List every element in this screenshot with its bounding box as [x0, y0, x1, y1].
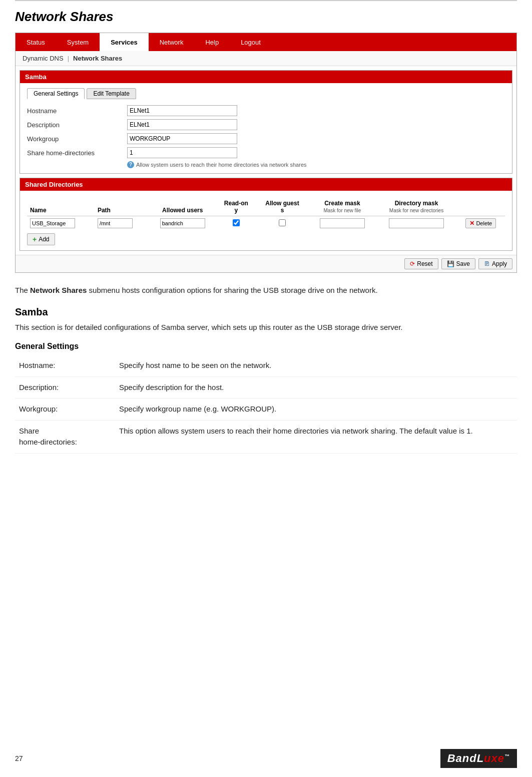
reset-label: Reset: [417, 260, 432, 267]
apply-button[interactable]: 🖹 Apply: [478, 258, 512, 269]
add-plus-icon: +: [33, 235, 37, 243]
col-allowed-users: Allowed users: [149, 198, 216, 216]
def-row-hostname: Hostname: Specify host name to be seen o…: [15, 355, 517, 376]
shared-table: Name Path Allowed users Read-ony Allow g…: [27, 198, 505, 230]
share-home-label: Share home-directories: [27, 149, 127, 157]
row-path-cell: [95, 216, 149, 231]
ui-panel: Status System Services Network Help Logo…: [15, 33, 517, 273]
row-create-mask-input[interactable]: [320, 218, 365, 228]
def-term-description: Description:: [15, 376, 115, 399]
col-dir-mask: Directory maskMask for new directories: [376, 198, 456, 216]
apply-label: Apply: [492, 260, 507, 267]
row-dir-mask-cell: [376, 216, 456, 231]
hostname-row: Hostname: [27, 105, 505, 116]
nav-item-network[interactable]: Network: [149, 33, 195, 51]
samba-section-body: General Settings Edit Template Hostname …: [20, 83, 512, 173]
logo-box: BandLuxe™: [440, 749, 517, 768]
def-desc-hostname: Specify host name to be seen on the netw…: [115, 355, 517, 376]
general-settings-title: General Settings: [15, 342, 517, 351]
hostname-input[interactable]: [127, 105, 237, 116]
description-label: Description: [27, 121, 127, 129]
samba-tabs: General Settings Edit Template: [27, 88, 505, 99]
apply-icon: 🖹: [484, 260, 490, 267]
breadcrumb-parent[interactable]: Dynamic DNS: [23, 55, 64, 62]
tab-edit-template[interactable]: Edit Template: [87, 88, 136, 99]
logo-band: BandL: [447, 752, 484, 764]
shared-directories-header: Shared Directories: [20, 178, 512, 191]
row-allowed-cell: [149, 216, 216, 231]
breadcrumb-current: Network Shares: [73, 55, 122, 62]
share-home-note-text: Allow system users to reach their home d…: [136, 162, 307, 168]
delete-x-icon: ✕: [469, 220, 474, 227]
logo-tm: ™: [504, 753, 510, 759]
description-bold: Network Shares: [30, 286, 87, 294]
def-desc-workgroup: Specify workgroup name (e.g. WORKGROUP).: [115, 399, 517, 421]
samba-body-para: This section is for detailed configurati…: [15, 322, 517, 333]
row-guests-cell: [256, 216, 309, 231]
row-path-input[interactable]: [98, 218, 133, 228]
share-home-note: ? Allow system users to reach their home…: [127, 161, 505, 168]
def-term-share-home: Share home-directories:: [15, 420, 115, 453]
samba-body-title: Samba: [15, 306, 517, 318]
col-readonly: Read-ony: [216, 198, 256, 216]
save-icon: 💾: [447, 260, 454, 267]
breadcrumb: Dynamic DNS | Network Shares: [16, 51, 516, 66]
col-actions: [457, 198, 505, 216]
row-create-mask-cell: [308, 216, 376, 231]
workgroup-input[interactable]: [127, 133, 237, 144]
nav-bar: Status System Services Network Help Logo…: [16, 33, 516, 51]
def-desc-share-home: This option allows system users to reach…: [115, 420, 517, 453]
description-row: Description: [27, 119, 505, 130]
nav-item-services[interactable]: Services: [100, 33, 149, 51]
delete-button[interactable]: ✕ Delete: [465, 218, 496, 228]
row-delete-cell: ✕ Delete: [457, 216, 505, 231]
nav-item-help[interactable]: Help: [194, 33, 230, 51]
workgroup-row: Workgroup: [27, 133, 505, 144]
samba-section-header: Samba: [20, 71, 512, 83]
save-label: Save: [456, 260, 470, 267]
description-after: submenu hosts configuration options for …: [87, 286, 377, 294]
row-allowed-input[interactable]: [160, 218, 205, 228]
share-home-input[interactable]: [127, 147, 237, 158]
nav-item-logout[interactable]: Logout: [230, 33, 272, 51]
description-input[interactable]: [127, 119, 237, 130]
description-paragraph: The Network Shares submenu hosts configu…: [15, 285, 517, 296]
row-readonly-cell: [216, 216, 256, 231]
table-row: ✕ Delete: [27, 216, 505, 231]
save-button[interactable]: 💾 Save: [441, 258, 475, 269]
nav-item-system[interactable]: System: [56, 33, 100, 51]
logo-luxe: uxe: [484, 752, 504, 764]
def-term-workgroup: Workgroup:: [15, 399, 115, 421]
row-readonly-checkbox[interactable]: [233, 219, 240, 226]
col-create-mask: Create maskMask for new file: [308, 198, 376, 216]
share-home-row: Share home-directories: [27, 147, 505, 158]
row-guests-checkbox[interactable]: [279, 219, 286, 226]
top-divider: [15, 0, 517, 1]
footer: 27 BandLuxe™: [0, 749, 532, 768]
description-before: The: [15, 286, 30, 294]
delete-label: Delete: [476, 220, 492, 226]
action-bar: ⟳ Reset 💾 Save 🖹 Apply: [16, 255, 516, 272]
shared-directories-section: Shared Directories Name Path Allowed use…: [20, 178, 512, 251]
shared-directories-body: Name Path Allowed users Read-ony Allow g…: [20, 191, 512, 250]
add-button[interactable]: + Add: [27, 233, 55, 245]
workgroup-label: Workgroup: [27, 135, 127, 143]
samba-section: Samba General Settings Edit Template Hos…: [20, 70, 512, 174]
col-name: Name: [27, 198, 95, 216]
row-name-input[interactable]: [30, 218, 75, 228]
nav-item-status[interactable]: Status: [16, 33, 56, 51]
tab-general-settings[interactable]: General Settings: [27, 88, 85, 99]
page-title: Network Shares: [15, 9, 517, 25]
breadcrumb-separator: |: [68, 55, 69, 62]
col-allow-guests: Allow guests: [256, 198, 309, 216]
def-row-share-home: Share home-directories: This option allo…: [15, 420, 517, 453]
definition-table: Hostname: Specify host name to be seen o…: [15, 355, 517, 454]
def-row-description: Description: Specify description for the…: [15, 376, 517, 399]
logo-text: BandLuxe™: [447, 752, 510, 765]
row-name-cell: [27, 216, 95, 231]
reset-button[interactable]: ⟳ Reset: [404, 258, 438, 269]
col-path: Path: [95, 198, 149, 216]
def-row-workgroup: Workgroup: Specify workgroup name (e.g. …: [15, 399, 517, 421]
row-dir-mask-input[interactable]: [389, 218, 444, 228]
def-term-hostname: Hostname:: [15, 355, 115, 376]
